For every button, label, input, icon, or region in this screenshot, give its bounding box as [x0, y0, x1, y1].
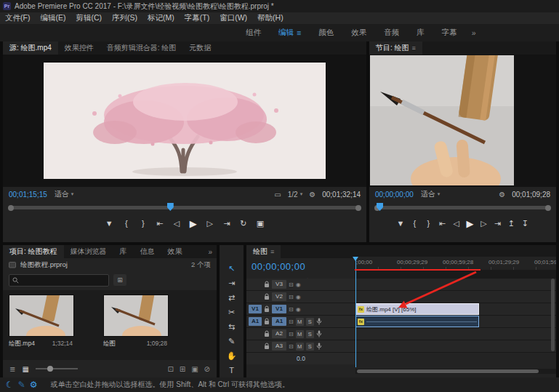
play-icon[interactable]: ▶	[190, 218, 197, 229]
timeline-ruler[interactable]: ;00;00 00;00;29;29 00;00;59;28 00;01;29;…	[355, 257, 556, 271]
menu-title[interactable]: 字幕(T)	[185, 13, 209, 23]
monitor-settings-icon[interactable]: ⚙	[499, 191, 505, 199]
track-lane-a3[interactable]	[355, 340, 556, 353]
lock-icon[interactable]	[264, 318, 270, 325]
search-input[interactable]	[22, 276, 105, 284]
clip-name[interactable]: 绘图.mp4	[9, 340, 35, 348]
tab-source-monitor[interactable]: 源: 绘图.mp4	[3, 41, 58, 55]
panel-overflow-icon[interactable]: »	[204, 248, 217, 256]
workspace-overflow-icon[interactable]: »	[472, 28, 476, 37]
lock-icon[interactable]	[264, 330, 270, 337]
mute-button[interactable]: M	[296, 343, 304, 351]
source-patch-empty[interactable]	[249, 280, 262, 289]
workspace-menu-icon[interactable]: ≡	[297, 28, 301, 37]
track-lane-a2[interactable]	[355, 328, 556, 340]
tab-effects[interactable]: 效果	[161, 245, 189, 258]
mic-icon[interactable]	[316, 330, 322, 337]
source-zoom-scrollbar[interactable]	[9, 206, 361, 209]
monitor-settings-icon[interactable]: ⚙	[309, 191, 315, 199]
step-forward-icon[interactable]: ▷	[206, 219, 214, 228]
extract-icon[interactable]: ↧	[521, 219, 528, 228]
thumbnail-zoom-slider[interactable]	[36, 368, 78, 369]
lock-icon[interactable]	[264, 293, 270, 300]
source-patch-a1[interactable]: A1	[249, 317, 262, 326]
tab-program-monitor[interactable]: 节目: 绘图 ≡	[369, 41, 422, 55]
step-back-icon[interactable]: ◁	[452, 219, 459, 228]
pen-tool-icon[interactable]: ✎	[220, 334, 244, 348]
source-patch-empty[interactable]	[249, 329, 262, 338]
export-frame-icon[interactable]: ▣	[257, 219, 264, 228]
sync-lock-icon[interactable]: ⊟	[289, 331, 294, 337]
new-item-icon[interactable]: ▣	[191, 365, 198, 373]
master-gain-value[interactable]: 0.0	[246, 353, 355, 364]
new-search-bin-icon[interactable]: ⊞	[113, 274, 126, 286]
ws-tab-effects[interactable]: 效果	[351, 28, 366, 38]
lock-icon[interactable]	[264, 281, 270, 288]
mic-icon[interactable]	[316, 318, 322, 325]
timeline-vscrollbar[interactable]	[551, 279, 555, 351]
track-lane-v2[interactable]	[355, 291, 556, 303]
annotation-settings-icon[interactable]: ⚙	[30, 380, 38, 390]
toggle-track-output-icon[interactable]: ◉	[296, 281, 301, 288]
menu-window[interactable]: 窗口(W)	[220, 13, 247, 23]
add-marker-icon[interactable]: ▼	[105, 219, 113, 228]
sync-lock-icon[interactable]: ⊟	[289, 306, 294, 313]
new-bin-icon[interactable]: ⊞	[180, 365, 185, 373]
track-header-v3[interactable]: V3 ⊟ ◉	[246, 279, 355, 291]
audio-clip[interactable]: fx	[355, 316, 479, 327]
clip-thumbnail[interactable]	[9, 295, 74, 337]
type-tool-icon[interactable]: T	[220, 363, 244, 377]
automate-to-sequence-icon[interactable]: ⊡	[167, 365, 173, 373]
ripple-edit-tool-icon[interactable]: ⇄	[220, 290, 244, 305]
ws-tab-libraries[interactable]: 库	[417, 28, 425, 38]
razor-tool-icon[interactable]: ✂	[220, 305, 244, 319]
mark-out-icon[interactable]: }	[425, 219, 432, 228]
track-badge[interactable]: A3	[272, 342, 286, 351]
sync-lock-icon[interactable]: ⊟	[289, 294, 294, 300]
lift-icon[interactable]: ↥	[507, 219, 515, 228]
lock-icon[interactable]	[264, 305, 270, 313]
ws-tab-color[interactable]: 颜色	[318, 28, 334, 38]
track-header-a2[interactable]: A2 ⊟ M S	[246, 328, 355, 340]
panel-menu-icon[interactable]: ≡	[412, 44, 416, 52]
source-fit-dropdown[interactable]: 适合 ▾	[55, 189, 74, 199]
tab-libraries[interactable]: 库	[113, 245, 134, 258]
track-header-a1[interactable]: A1 A1 ⊟ M S	[246, 316, 355, 328]
track-header-a3[interactable]: A3 ⊟ M S	[246, 340, 355, 353]
menu-clip[interactable]: 剪辑(C)	[76, 13, 102, 23]
loop-icon[interactable]: ↻	[240, 219, 247, 228]
tab-timeline-sequence[interactable]: 绘图 ≡	[246, 245, 281, 258]
tab-metadata[interactable]: 元数据	[182, 41, 217, 55]
ws-tab-assembly[interactable]: 组件	[246, 28, 261, 38]
go-to-out-icon[interactable]: ⇥	[223, 219, 230, 228]
project-name[interactable]: 绘图教程.prproj	[20, 260, 68, 270]
go-to-in-icon[interactable]: ⇤	[156, 219, 164, 228]
source-playhead[interactable]	[167, 203, 174, 211]
selection-tool-icon[interactable]: ↖	[220, 261, 244, 276]
solo-button[interactable]: S	[306, 318, 314, 326]
panel-menu-icon[interactable]: ≡	[270, 248, 274, 255]
search-box[interactable]	[9, 274, 109, 287]
clip-name[interactable]: 绘图	[103, 340, 116, 348]
ws-tab-editing[interactable]: 编辑 ≡	[278, 28, 301, 38]
icon-view-icon[interactable]: ▦	[22, 365, 28, 373]
timeline-hscrollbar[interactable]	[357, 369, 539, 373]
toggle-track-output-icon[interactable]: ◉	[296, 294, 301, 300]
menu-file[interactable]: 文件(F)	[5, 13, 30, 23]
track-badge[interactable]: A2	[272, 329, 286, 338]
go-to-out-icon[interactable]: ⇥	[494, 219, 501, 228]
mark-in-icon[interactable]: {	[411, 219, 418, 228]
tab-effect-controls[interactable]: 效果控件	[58, 41, 100, 55]
add-marker-icon[interactable]: ▼	[397, 219, 405, 228]
track-header-v1[interactable]: V1 V1 ⊟ ◉	[246, 303, 355, 316]
timeline-current-timecode[interactable]: 00;00;00;00	[252, 261, 305, 272]
list-item[interactable]: 绘图.mp4 1;32;14	[9, 295, 73, 348]
track-lane-v1[interactable]: fx 绘图.mp4 [V] [65%]	[355, 303, 556, 316]
annotation-pen-icon[interactable]: ✎	[18, 380, 25, 390]
ws-tab-audio[interactable]: 音频	[384, 28, 399, 38]
tab-info[interactable]: 信息	[134, 245, 161, 258]
program-scrub-bar[interactable]	[375, 203, 550, 212]
tab-media-browser[interactable]: 媒体浏览器	[64, 245, 113, 258]
playback-resolution-dropdown[interactable]: 1/2 ▾	[288, 191, 302, 199]
toggle-track-output-icon[interactable]: ◉	[296, 306, 301, 313]
